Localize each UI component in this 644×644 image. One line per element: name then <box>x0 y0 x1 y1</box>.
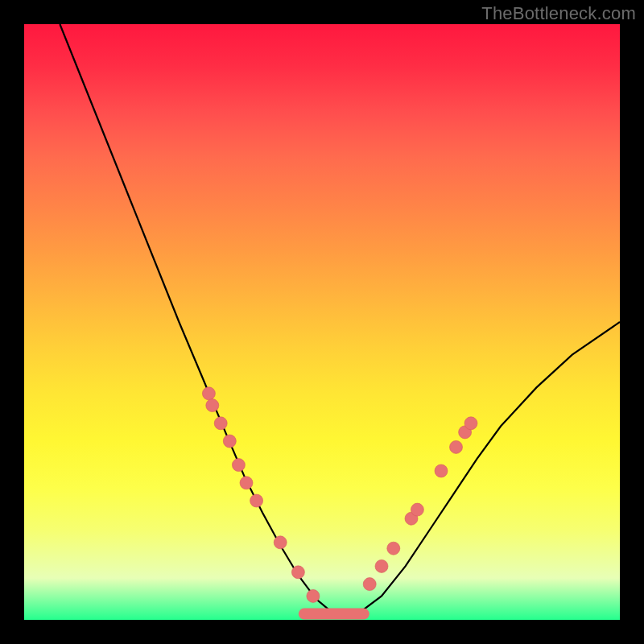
data-marker <box>375 559 388 572</box>
data-marker <box>450 440 463 453</box>
data-marker <box>464 417 477 430</box>
data-marker <box>274 536 287 549</box>
data-marker <box>435 464 448 477</box>
plot-area <box>24 24 620 620</box>
chart-frame: TheBottleneck.com <box>0 0 644 644</box>
chart-overlay <box>24 24 620 620</box>
data-marker <box>206 399 219 412</box>
data-marker <box>202 387 215 400</box>
data-markers <box>202 387 477 603</box>
data-marker <box>307 589 320 602</box>
data-marker <box>363 578 376 591</box>
data-marker <box>240 477 253 489</box>
data-marker <box>250 494 263 507</box>
bottleneck-curve <box>60 24 620 614</box>
data-marker <box>387 542 400 555</box>
watermark-text: TheBottleneck.com <box>481 3 636 24</box>
data-marker <box>214 417 227 430</box>
data-marker <box>232 459 245 472</box>
data-marker <box>223 435 236 448</box>
data-marker <box>411 503 423 516</box>
data-marker <box>291 566 304 579</box>
